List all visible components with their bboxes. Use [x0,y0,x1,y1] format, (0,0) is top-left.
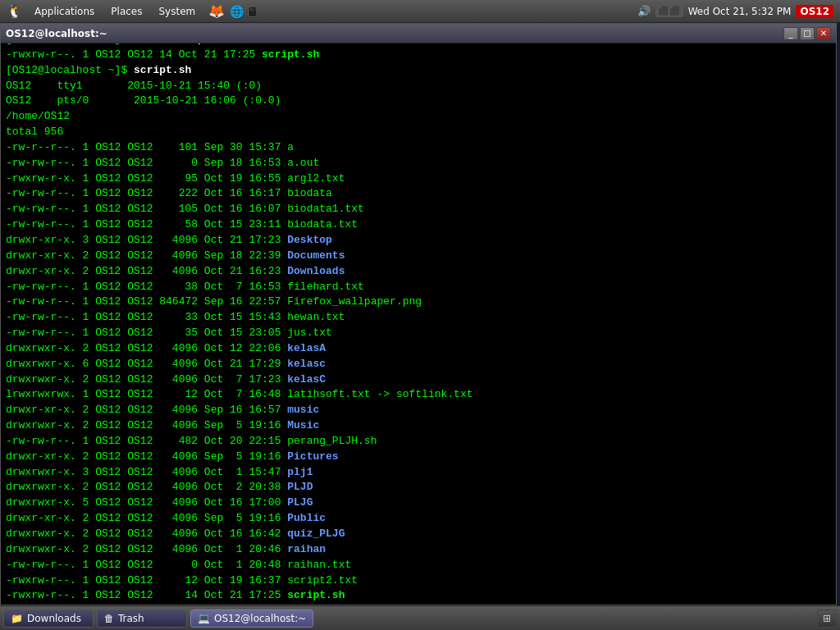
terminal-line: -rw-rw-r--. 1 OS12 OS12 0 Oct 1 20:48 ra… [6,558,831,573]
terminal-line: -rwxrw-r-x. 1 OS12 OS12 95 Oct 19 16:55 … [6,171,831,187]
taskbar-downloads-label: Downloads [27,613,81,624]
terminal-line: -rw-rw-r--. 1 OS12 OS12 105 Oct 16 16:07… [6,202,831,217]
terminal-line: OS12 tty1 2015-10-21 15:40 (:0) [6,79,831,94]
maximize-button[interactable]: □ [800,27,815,40]
terminal-line: drwxr-xr-x. 3 OS12 OS12 4096 Oct 21 17:2… [6,233,831,249]
terminal-line: /home/OS12 [6,109,831,125]
terminal-line: [OS12@localhost ~]$ script.sh [6,63,831,79]
network-status-icon: ⬛⬛ [655,5,683,17]
terminal-line: drwxr-xr-x. 2 OS12 OS12 4096 Sep 16 16:5… [6,403,831,418]
terminal-titlebar: OS12@localhost:~ _ □ ✕ [1,24,836,43]
taskbar-downloads[interactable]: 📁 Downloads [3,609,94,628]
terminal-line: drwxrwxr-x. 2 OS12 OS12 4096 Sep 5 19:16… [6,418,831,434]
terminal-line: -rwxrw-r--. 1 OS12 OS12 14 Oct 21 17:25 … [6,588,831,604]
app-icon: 🐧 [7,3,23,19]
terminal-line: -rwxrw-r--. 1 OS12 OS12 14 Oct 21 17:25 … [6,48,831,63]
terminal-line: drwxrwxr-x. 2 OS12 OS12 4096 Oct 16 16:4… [6,527,831,542]
terminal-line: -rw-rw-r--. 1 OS12 OS12 33 Oct 15 15:43 … [6,310,831,326]
terminal-line: drwxrwxr-x. 3 OS12 OS12 4096 Oct 1 15:47… [6,465,831,481]
volume-icon[interactable]: 🔊 [637,5,651,17]
terminal-window: OS12@localhost:~ _ □ ✕ [OS12@localhost ~… [0,23,837,605]
terminal-line: -rw-rw-r--. 1 OS12 OS12 38 Oct 7 16:53 f… [6,280,831,295]
datetime-label: Wed Oct 21, 5:32 PM [688,6,792,17]
terminal-line: -rw-rw-r--. 1 OS12 OS12 35 Oct 15 23:05 … [6,326,831,341]
topbar-right: 🔊 ⬛⬛ Wed Oct 21, 5:32 PM OS12 [637,5,833,18]
show-desktop-icon: ⊞ [823,613,831,624]
taskbar-downloads-icon: 📁 [11,613,23,624]
taskbar-terminal-label: OS12@localhost:~ [214,613,306,624]
terminal-line: drwxrwxr-x. 2 OS12 OS12 4096 Oct 12 22:0… [6,341,831,357]
window-controls: _ □ ✕ [783,27,831,40]
terminal-line: -rw-r--r--. 1 OS12 OS12 101 Sep 30 15:37… [6,140,831,156]
terminal-line: drwxrwxr-x. 2 OS12 OS12 4096 Oct 7 17:23… [6,372,831,388]
system-topbar: 🐧 Applications Places System 🦊 🌐 🖥 🔊 ⬛⬛ … [0,0,840,23]
taskbar-trash-icon: 🗑 [104,613,114,624]
terminal-line: -rw-rw-r--. 1 OS12 OS12 0 Sep 18 16:53 a… [6,156,831,171]
terminal-line: -rw-rw-r--. 1 OS12 OS12 58 Oct 15 23:11 … [6,217,831,233]
terminal-title-label: OS12@localhost:~ [6,28,107,39]
terminal-output[interactable]: [OS12@localhost ~]$ ls -l script.sh-rwxr… [1,43,836,605]
terminal-line: total 956 [6,125,831,140]
terminal-line: lrwxrwxrwx. 1 OS12 OS12 12 Oct 7 16:48 l… [6,387,831,403]
os-label: OS12 [796,5,833,18]
menu-system[interactable]: System [152,4,202,19]
desktop: OS12@localhost:~ _ □ ✕ [OS12@localhost ~… [0,23,840,605]
terminal-line: -rwxrw-r--. 1 OS12 OS12 12 Oct 19 16:37 … [6,573,831,589]
firefox-icon[interactable]: 🦊 [208,3,225,19]
terminal-line: drwxr-xr-x. 2 OS12 OS12 4096 Sep 5 19:16… [6,511,831,527]
terminal-line: drwxrwxr-x. 6 OS12 OS12 4096 Oct 21 17:2… [6,357,831,372]
taskbar-terminal[interactable]: 💻 OS12@localhost:~ [190,609,313,628]
terminal-line: drwxrwxr-x. 2 OS12 OS12 4096 Oct 2 20:38… [6,480,831,495]
terminal-line: -rw-rw-r--. 1 OS12 OS12 482 Oct 20 22:15… [6,434,831,450]
terminal-line: drwxrwxr-x. 2 OS12 OS12 4096 Oct 1 20:46… [6,542,831,558]
topbar-left: 🐧 Applications Places System 🦊 🌐 🖥 [7,3,258,19]
show-desktop-button[interactable]: ⊞ [817,609,837,628]
terminal-line: -rwxrw-r--. 1 OS12 OS12 13 Oct 19 21:05 … [6,604,831,605]
menu-applications[interactable]: Applications [28,4,101,19]
network-icon: 🌐 [230,5,244,18]
close-button[interactable]: ✕ [816,27,831,40]
terminal-line: drwxr-xr-x. 2 OS12 OS12 4096 Sep 18 22:3… [6,249,831,264]
taskbar-terminal-icon: 💻 [198,613,210,624]
terminal-icon[interactable]: 🖥 [247,5,258,18]
terminal-body[interactable]: [OS12@localhost ~]$ ls -l script.sh-rwxr… [1,43,836,605]
terminal-line: -rw-rw-r--. 1 OS12 OS12 222 Oct 16 16:17… [6,186,831,202]
minimize-button[interactable]: _ [783,27,798,40]
terminal-line: drwxrwxr-x. 5 OS12 OS12 4096 Oct 16 17:0… [6,495,831,511]
taskbar-trash-label: Trash [118,613,144,624]
taskbar: 📁 Downloads 🗑 Trash 💻 OS12@localhost:~ ⊞ [0,605,840,630]
terminal-line: OS12 pts/0 2015-10-21 16:06 (:0.0) [6,94,831,109]
terminal-line: drwxr-xr-x. 2 OS12 OS12 4096 Oct 21 16:2… [6,264,831,280]
terminal-line: drwxr-xr-x. 2 OS12 OS12 4096 Sep 5 19:16… [6,450,831,465]
menu-places[interactable]: Places [104,4,148,19]
terminal-line: -rw-rw-r--. 1 OS12 OS12 846472 Sep 16 22… [6,294,831,310]
taskbar-trash[interactable]: 🗑 Trash [97,609,187,628]
